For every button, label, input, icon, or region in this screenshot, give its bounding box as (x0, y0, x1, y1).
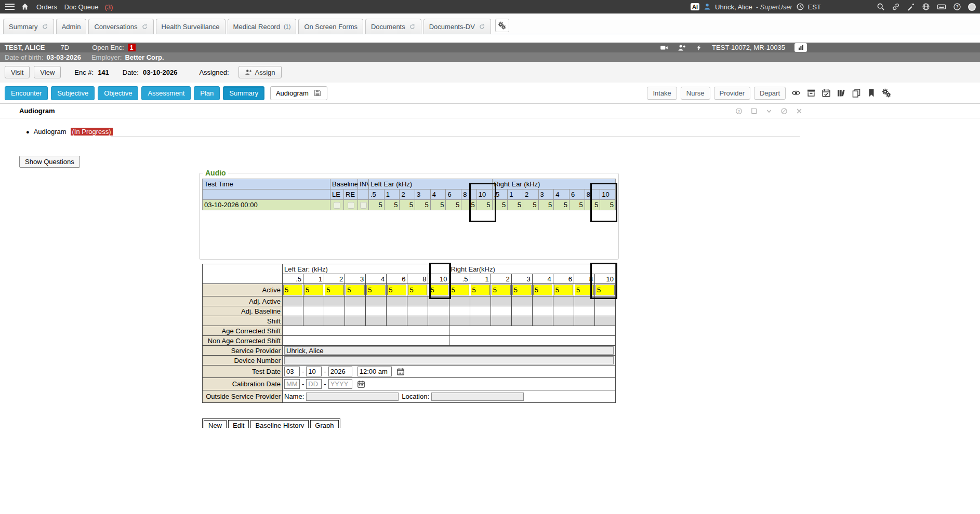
tab-documents-dv[interactable]: Documents-DV (423, 19, 491, 34)
refresh-icon[interactable] (141, 23, 148, 30)
help-icon[interactable]: ? (735, 107, 743, 115)
close-icon[interactable] (796, 107, 803, 115)
audiogram-item-link[interactable]: Audiogram (34, 128, 67, 136)
calendar-icon[interactable] (357, 380, 365, 388)
subjective-button[interactable]: Subjective (51, 86, 95, 100)
test-date-day-input[interactable] (306, 367, 322, 376)
tab-medical-record[interactable]: Medical Record(1) (228, 19, 297, 34)
active-cell-input[interactable] (575, 285, 594, 295)
objective-button[interactable]: Objective (98, 86, 138, 100)
calibration-year-input[interactable] (328, 379, 352, 389)
view-button[interactable]: View (34, 66, 61, 78)
tab-health-surveillance[interactable]: Health Surveillance (156, 19, 226, 34)
refresh-icon[interactable] (42, 23, 48, 30)
books-icon[interactable] (837, 88, 846, 98)
chevron-down-icon[interactable] (765, 107, 773, 115)
nurse-button[interactable]: Nurse (681, 87, 710, 100)
baseline-le-checkbox[interactable] (334, 202, 340, 209)
calibration-day-input[interactable] (306, 379, 322, 389)
service-provider-field[interactable]: Uhrick, Alice (284, 346, 614, 355)
outside-location-input[interactable] (431, 393, 524, 401)
outside-name-input[interactable] (306, 393, 399, 401)
menu-item-orders[interactable]: Orders (36, 3, 57, 11)
new-button[interactable]: New (204, 420, 227, 428)
baseline-history-button[interactable]: Baseline History (250, 420, 309, 428)
home-icon[interactable] (21, 3, 29, 11)
copy-icon[interactable] (852, 88, 861, 98)
summary-button[interactable]: Summary (223, 86, 264, 100)
video-camera-icon[interactable] (660, 44, 668, 52)
bolt-icon[interactable] (695, 44, 703, 51)
list-bullet: ● (26, 129, 30, 135)
hamburger-menu-icon[interactable] (4, 3, 16, 11)
active-cell-input[interactable] (366, 285, 386, 295)
calendar-check-icon[interactable] (822, 88, 831, 98)
add-person-icon[interactable] (678, 44, 686, 52)
audiogram-document-tab[interactable]: Audiogram (270, 86, 327, 100)
active-cell-input[interactable] (429, 285, 448, 295)
ai-badge[interactable]: AI (691, 3, 699, 10)
tab-settings-button[interactable] (495, 19, 509, 32)
device-number-field[interactable] (284, 356, 614, 364)
chart-button[interactable] (794, 43, 807, 52)
active-cell-input[interactable] (387, 285, 406, 295)
active-cell-input[interactable] (595, 285, 615, 295)
gears-icon[interactable] (882, 88, 891, 98)
search-icon[interactable] (877, 3, 885, 11)
archive-icon[interactable] (806, 88, 816, 98)
tab-admin[interactable]: Admin (56, 19, 87, 34)
tab-summary[interactable]: Summary (3, 19, 54, 34)
assessment-button[interactable]: Assessment (141, 86, 191, 100)
graph-button[interactable]: Graph (310, 420, 338, 428)
inv-checkbox[interactable] (360, 202, 367, 209)
status-circle-icon[interactable] (968, 3, 976, 11)
calibration-month-input[interactable] (284, 379, 300, 389)
calendar-icon[interactable] (396, 368, 405, 376)
active-cell-input[interactable] (471, 285, 490, 295)
edit-button[interactable]: Edit (228, 420, 249, 428)
book-icon[interactable] (750, 107, 758, 115)
help-icon[interactable]: ? (953, 3, 961, 11)
encounter-button[interactable]: Encounter (5, 86, 48, 100)
date-value: 03-10-2026 (143, 69, 178, 76)
globe-icon[interactable] (922, 3, 930, 11)
disable-icon[interactable] (780, 107, 788, 115)
assign-button[interactable]: Assign (239, 66, 282, 78)
active-cell-input[interactable] (346, 285, 365, 295)
active-cell-input[interactable] (492, 285, 511, 295)
refresh-icon[interactable] (409, 23, 416, 30)
right-ear-header: Right Ear(kHz) (449, 264, 616, 274)
save-icon[interactable] (313, 89, 322, 97)
date-separator: - (324, 368, 326, 375)
active-cell-input[interactable] (325, 285, 344, 295)
active-cell-input[interactable] (512, 285, 532, 295)
baseline-re-checkbox[interactable] (348, 202, 354, 209)
show-questions-button[interactable]: Show Questions (19, 156, 80, 168)
plan-button[interactable]: Plan (194, 86, 220, 100)
active-cell-input[interactable] (450, 285, 469, 295)
active-cell-input[interactable] (408, 285, 427, 295)
test-date-year-input[interactable] (328, 367, 352, 376)
wand-icon[interactable] (907, 3, 915, 11)
active-cell-input[interactable] (554, 285, 573, 295)
active-cell-input[interactable] (283, 285, 302, 295)
menu-item-doc-queue[interactable]: Doc Queue (64, 3, 99, 11)
intake-button[interactable]: Intake (647, 87, 677, 100)
eye-icon[interactable] (791, 88, 801, 98)
right-value: 5 (585, 200, 600, 210)
refresh-icon[interactable] (479, 23, 485, 30)
active-cell-input[interactable] (304, 285, 323, 295)
tab-documents[interactable]: Documents (365, 19, 421, 34)
open-enc-badge[interactable]: 1 (128, 44, 136, 51)
tab-conversations[interactable]: Conversations (88, 19, 153, 34)
depart-button[interactable]: Depart (754, 87, 786, 100)
visit-button[interactable]: Visit (5, 66, 30, 78)
tab-on-screen-forms[interactable]: On Screen Forms (298, 19, 363, 34)
link-icon[interactable] (892, 3, 900, 11)
bookmark-icon[interactable] (867, 88, 876, 98)
test-date-month-input[interactable] (284, 367, 300, 376)
keyboard-icon[interactable] (937, 2, 946, 11)
test-time-input[interactable] (357, 367, 392, 376)
provider-button[interactable]: Provider (714, 87, 750, 100)
active-cell-input[interactable] (533, 285, 552, 295)
